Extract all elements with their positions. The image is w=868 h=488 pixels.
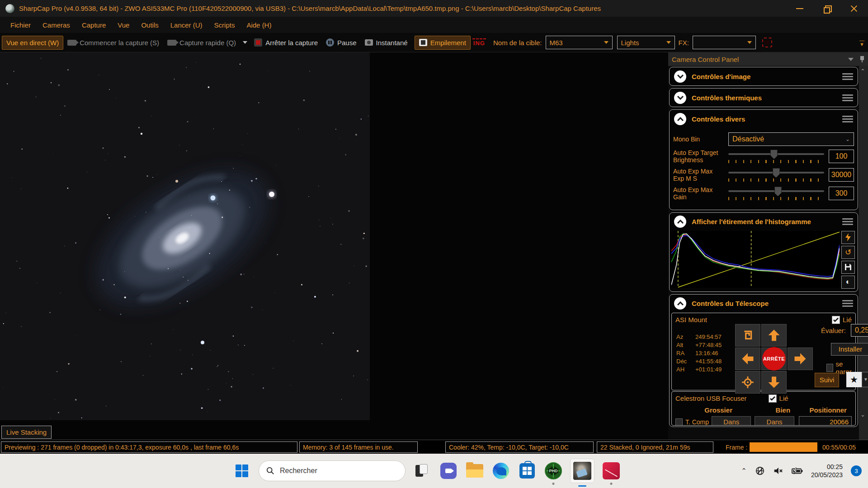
- phd2-button[interactable]: PHD: [544, 461, 563, 480]
- file-explorer-button[interactable]: [465, 461, 484, 480]
- auto-stretch-button[interactable]: [841, 231, 855, 244]
- scroll-up-icon[interactable]: ⌃: [860, 68, 865, 75]
- live-view-button[interactable]: Vue en direct (W): [2, 36, 63, 50]
- chevron-down-icon[interactable]: [674, 70, 686, 83]
- teams-chat-button[interactable]: [439, 461, 458, 480]
- menu-outils[interactable]: Outils: [136, 19, 163, 32]
- menu-vue[interactable]: Vue: [113, 19, 134, 32]
- toolbar-overflow-button[interactable]: —▼: [859, 38, 864, 47]
- network-icon[interactable]: [755, 466, 765, 476]
- live-image-view[interactable]: [0, 52, 370, 420]
- slider-thumb[interactable]: [774, 187, 782, 196]
- slew-left-button[interactable]: [735, 347, 760, 370]
- park-checkbox[interactable]: [826, 364, 833, 372]
- close-button[interactable]: [848, 3, 860, 14]
- stop-slew-button[interactable]: ARRÊTE: [762, 347, 786, 371]
- sharpcap-taskbar-button[interactable]: [570, 459, 594, 483]
- volume-muted-icon[interactable]: [773, 466, 783, 476]
- status-frame-label: Frame :: [722, 441, 750, 453]
- hamburger-icon[interactable]: [842, 73, 853, 80]
- hamburger-icon[interactable]: [842, 218, 853, 225]
- taskbar-search[interactable]: Rechercher: [259, 460, 406, 481]
- start-button[interactable]: [232, 461, 251, 480]
- rate-select[interactable]: 0,25 ⌄: [851, 324, 868, 337]
- ing-icon[interactable]: ING: [472, 38, 486, 47]
- chevron-up-icon[interactable]: [674, 113, 686, 125]
- taskbar-clock[interactable]: 00:25 20/05/2023: [811, 463, 843, 479]
- auto-exp-max-gain-slider[interactable]: [728, 186, 824, 196]
- menu-fichier[interactable]: Fichier: [5, 19, 36, 32]
- edge-button[interactable]: [491, 461, 510, 480]
- menu-lancer[interactable]: Lancer (U): [165, 19, 208, 32]
- goto-target-button[interactable]: [735, 371, 760, 394]
- hamburger-icon[interactable]: [842, 300, 853, 307]
- focuser-linked-checkbox[interactable]: [769, 394, 777, 403]
- histogram-plot[interactable]: [671, 231, 840, 288]
- fx-select[interactable]: [693, 36, 756, 49]
- menu-aide[interactable]: Aide (H): [241, 19, 276, 32]
- dropdown-arrow-icon[interactable]: ▼: [862, 372, 868, 387]
- battery-icon[interactable]: [791, 466, 803, 476]
- menu-scripts[interactable]: Scripts: [209, 19, 240, 32]
- slider-thumb[interactable]: [773, 168, 780, 178]
- reset-stretch-button[interactable]: ↺: [841, 246, 855, 259]
- scroll-down-icon[interactable]: ⌄: [860, 411, 865, 418]
- chevron-up-icon[interactable]: [674, 216, 686, 228]
- save-stretch-button[interactable]: [841, 261, 855, 274]
- red-app-button[interactable]: [602, 461, 621, 480]
- pause-button[interactable]: Pause: [322, 36, 361, 49]
- slider-thumb[interactable]: [770, 150, 778, 159]
- mono-bin-select[interactable]: Désactivé ⌄: [728, 132, 854, 146]
- auto-exp-target-brightness-value[interactable]: 100: [829, 150, 854, 163]
- fine-in-button[interactable]: Dans: [755, 416, 794, 426]
- task-view-button[interactable]: [413, 461, 432, 480]
- contrast-button[interactable]: ◐: [841, 276, 855, 289]
- target-name-select[interactable]: M63: [546, 36, 613, 49]
- star-menu-button[interactable]: ★ ▼: [846, 372, 868, 387]
- slew-up-button[interactable]: [761, 324, 787, 347]
- snapshot-button[interactable]: Instantané: [361, 36, 412, 49]
- store-button[interactable]: [518, 461, 537, 480]
- clock-date: 20/05/2023: [811, 471, 843, 479]
- hamburger-icon[interactable]: [842, 94, 853, 101]
- slew-right-button[interactable]: [788, 347, 813, 370]
- menu-cameras[interactable]: Cameras: [38, 19, 75, 32]
- chevron-down-icon[interactable]: [674, 92, 686, 104]
- target-name-label: Nom de la cible:: [493, 39, 542, 47]
- reticle-icon[interactable]: [762, 38, 772, 47]
- minimize-button[interactable]: [794, 3, 806, 14]
- pin-icon[interactable]: [860, 56, 864, 62]
- frame-type-select[interactable]: Lights: [617, 36, 675, 49]
- notification-badge[interactable]: 3: [851, 465, 862, 476]
- auto-exp-max-exp-value[interactable]: 30000: [829, 168, 854, 182]
- start-capture-button[interactable]: Commencer la capture (S): [63, 36, 163, 49]
- auto-exp-target-brightness-slider[interactable]: [728, 149, 824, 159]
- temp-comp-checkbox[interactable]: [675, 418, 683, 426]
- install-button[interactable]: Installer: [831, 343, 868, 356]
- auto-exp-max-exp-slider[interactable]: [728, 168, 824, 178]
- section-image-header[interactable]: Contrôles d'image: [670, 68, 858, 84]
- section-telescope-header[interactable]: Contrôles du Télescope: [670, 296, 858, 312]
- live-stacking-tab[interactable]: Live Stacking: [1, 426, 52, 439]
- quick-capture-dropdown-icon[interactable]: [243, 41, 247, 44]
- quick-capture-button[interactable]: Capture rapide (Q): [163, 36, 240, 49]
- section-misc-header[interactable]: Contrôles divers: [670, 111, 858, 127]
- focuser-box: Celestron USB Focuser Lié Grossier Bien …: [671, 391, 856, 426]
- section-histogram-header[interactable]: Afficher l'étirement de l'histogramme: [670, 214, 858, 230]
- coarse-in-button[interactable]: Dans: [712, 416, 751, 426]
- spiral-search-button[interactable]: [735, 324, 760, 347]
- hamburger-icon[interactable]: [842, 116, 853, 122]
- menu-capture[interactable]: Capture: [77, 19, 111, 32]
- chevron-up-icon[interactable]: [674, 297, 686, 310]
- tray-chevron-icon[interactable]: ⌃: [741, 467, 747, 475]
- tracking-button[interactable]: Suivi: [815, 373, 839, 387]
- stop-capture-button[interactable]: Arrêter la capture: [250, 36, 322, 49]
- section-thermal-header[interactable]: Contrôles thermiques: [670, 89, 858, 106]
- auto-exp-max-gain-value[interactable]: 300: [829, 187, 854, 200]
- stacking-button[interactable]: Empilement: [415, 36, 471, 50]
- panel-dropdown-icon[interactable]: [848, 58, 854, 61]
- focuser-position-value[interactable]: 20066: [799, 416, 852, 426]
- mount-linked-checkbox[interactable]: [832, 316, 840, 324]
- slew-down-button[interactable]: [761, 371, 787, 394]
- restore-button[interactable]: [821, 3, 833, 14]
